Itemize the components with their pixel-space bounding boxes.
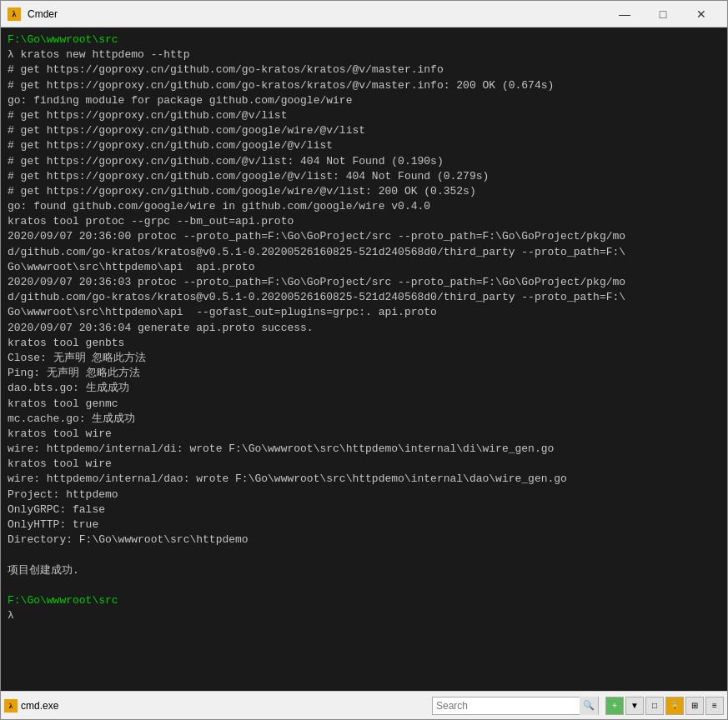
cmd-line-4: go: finding module for package github.co… <box>8 94 352 107</box>
status-actions: + ▼ □ 🔒 ⊞ ≡ <box>605 697 724 715</box>
maximize-button[interactable]: □ <box>644 1 682 28</box>
dropdown-button[interactable]: ▼ <box>625 697 644 715</box>
cmd-line-13: 2020/09/07 20:36:00 protoc --proto_path=… <box>8 230 625 242</box>
status-bar: λ cmd.exe 🔍 + ▼ □ 🔒 ⊞ ≡ <box>1 691 727 719</box>
cmd-line-22: Ping: 无声明 忽略此方法 <box>8 367 140 379</box>
cmd-line-6: # get https://goproxy.cn/github.com/goog… <box>8 124 365 137</box>
cmd-line-33: Directory: F:\Go\wwwroot\src\httpdemo <box>8 533 249 546</box>
cmd-line-26: kratos tool wire <box>8 428 112 440</box>
cmd-line-15: Go\wwwroot\src\httpdemo\api api.proto <box>8 261 254 273</box>
lock-button[interactable]: 🔒 <box>665 697 684 715</box>
cmd-line-31: OnlyGRPC: false <box>8 503 105 516</box>
title-bar: λ Cmder — □ ✕ <box>1 1 727 28</box>
cmd-line-17: d/github.com/go-kratos/kratos@v0.5.1-0.2… <box>8 291 625 303</box>
cmd-line-21: Close: 无声明 忽略此方法 <box>8 352 146 364</box>
cmd-line-1: λ kratos new httpdemo --http <box>8 48 189 61</box>
search-input[interactable] <box>433 698 580 714</box>
path-line-2: F:\Go\wwwroot\src <box>8 594 118 607</box>
cmder-window: λ Cmder — □ ✕ F:\Go\wwwroot\src λ kratos… <box>0 0 728 720</box>
new-console-button[interactable]: + <box>605 697 624 715</box>
grid-button[interactable]: ⊞ <box>685 697 704 715</box>
minimize-button[interactable]: — <box>605 1 644 28</box>
cmd-line-29: wire: httpdemo/internal/dao: wrote F:\Go… <box>8 472 567 485</box>
cmd-line-2: # get https://goproxy.cn/github.com/go-k… <box>8 63 444 76</box>
cmd-line-5: # get https://goproxy.cn/github.com/@v/l… <box>8 109 287 122</box>
window-controls: — □ ✕ <box>605 1 720 28</box>
menu-button[interactable]: ≡ <box>705 697 724 715</box>
status-process-label: cmd.exe <box>21 700 71 712</box>
cmd-line-30: Project: httpdemo <box>8 488 118 501</box>
cmd-line-19: 2020/09/07 20:36:04 generate api.proto s… <box>8 322 314 334</box>
cmd-line-23: dao.bts.go: 生成成功 <box>8 382 129 394</box>
status-app-icon: λ <box>4 699 18 712</box>
path-line-1: F:\Go\wwwroot\src <box>8 33 118 46</box>
terminal-output: F:\Go\wwwroot\src λ kratos new httpdemo … <box>1 28 727 691</box>
cmd-line-9: # get https://goproxy.cn/github.com/goog… <box>8 170 489 182</box>
search-button[interactable]: 🔍 <box>580 697 598 715</box>
title-bar-left: λ Cmder <box>8 8 58 21</box>
cmd-line-27: wire: httpdemo/internal/di: wrote F:\Go\… <box>8 442 554 455</box>
cmd-line-8: # get https://goproxy.cn/github.com/@v/l… <box>8 155 444 168</box>
cmd-line-25: mc.cache.go: 生成成功 <box>8 412 135 425</box>
cmd-line-16: 2020/09/07 20:36:03 protoc --proto_path=… <box>8 276 625 288</box>
cmd-line-32: OnlyHTTP: true <box>8 518 98 531</box>
cmd-line-10: # get https://goproxy.cn/github.com/goog… <box>8 185 476 198</box>
close-button[interactable]: ✕ <box>682 1 720 28</box>
cmd-line-37: λ <box>8 609 21 622</box>
cmd-line-35: 项目创建成功. <box>8 564 79 577</box>
cmd-line-28: kratos tool wire <box>8 458 112 470</box>
cmd-line-14: d/github.com/go-kratos/kratos@v0.5.1-0.2… <box>8 246 625 258</box>
cmd-line-11: go: found github.com/google/wire in gith… <box>8 200 430 212</box>
cmd-line-12: kratos tool protoc --grpc --bm_out=api.p… <box>8 215 294 228</box>
cmd-line-7: # get https://goproxy.cn/github.com/goog… <box>8 139 333 152</box>
cmd-line-20: kratos tool genbts <box>8 337 124 349</box>
split-button[interactable]: □ <box>645 697 664 715</box>
search-box[interactable]: 🔍 <box>432 697 599 715</box>
cmd-line-18: Go\wwwroot\src\httpdemo\api --gofast_out… <box>8 306 437 318</box>
window-title: Cmder <box>28 8 58 20</box>
cmd-line-3: # get https://goproxy.cn/github.com/go-k… <box>8 79 554 92</box>
cmd-line-24: kratos tool genmc <box>8 398 118 410</box>
app-icon: λ <box>8 8 21 21</box>
